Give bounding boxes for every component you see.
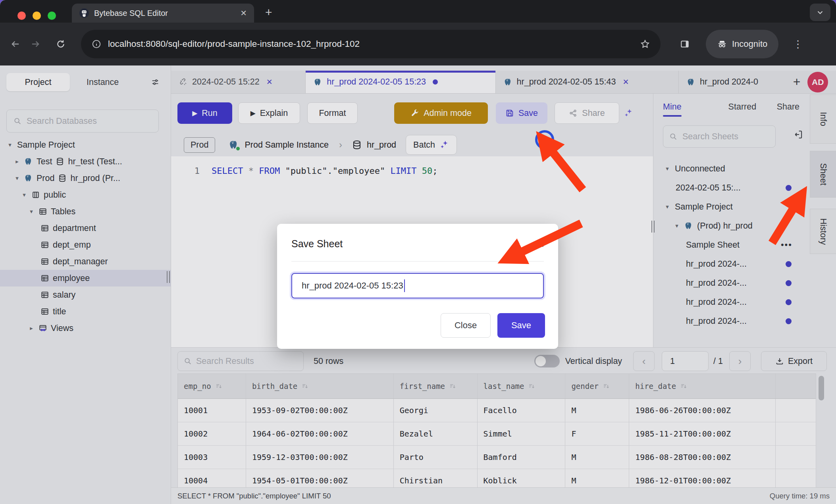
share-button[interactable]: Share [555,102,619,124]
tree-item-tables[interactable]: ▾ Tables [0,203,171,220]
sort-icon[interactable] [215,383,223,390]
window-close-button[interactable] [17,12,26,20]
table-row[interactable]: 10002 1964-06-02T00:00:00Z Bezalel Simme… [178,422,816,446]
bookmark-star-icon[interactable] [640,39,650,49]
sort-icon[interactable] [528,383,536,390]
format-button[interactable]: Format [307,102,358,124]
chevron-down-icon[interactable]: ▾ [664,165,671,172]
sheet-group-sample-project[interactable]: ▾ Sample Project [653,197,810,216]
column-header[interactable]: hire_date [629,374,776,398]
tree-item-table-employee[interactable]: employee [0,270,171,287]
sheet-item[interactable]: 2024-02-05 15:... [653,178,810,197]
tab-instance[interactable]: Instance [87,77,119,87]
close-tab-icon[interactable]: ✕ [622,77,629,87]
export-button[interactable]: Export [761,351,827,371]
chevron-right-icon[interactable]: ▸ [13,158,21,165]
table-row[interactable]: 10004 1954-05-01T00:00:00Z Chirstian Kob… [178,469,816,488]
import-sheet-icon[interactable] [793,129,803,140]
new-sheet-button[interactable]: + [793,75,801,89]
side-panel-icon[interactable] [680,39,690,49]
tab-starred[interactable]: Starred [728,102,757,117]
close-tab-icon[interactable]: ✕ [266,77,273,87]
filter-settings-icon[interactable] [151,78,160,87]
back-icon[interactable] [10,39,21,49]
run-button[interactable]: ▶ Run [177,102,232,124]
table-row[interactable]: 10003 1959-12-03T00:00:00Z Parto Bamford… [178,446,816,469]
sidebar-resize-handle[interactable] [167,271,170,283]
site-info-icon[interactable] [91,39,102,49]
sort-icon[interactable] [603,383,610,390]
more-actions-icon[interactable]: ••• [781,240,792,250]
tree-item-table-department[interactable]: department [0,220,171,237]
tree-item-schema-public[interactable]: ▾ public [0,187,171,203]
chevron-down-icon[interactable]: ▾ [13,175,21,182]
sheet-tab-truncated[interactable]: hr_prod 2024-0 [679,71,788,93]
dialog-save-button[interactable]: Save [497,313,545,338]
chevron-down-icon[interactable]: ▾ [28,208,35,215]
forward-icon[interactable] [30,39,40,49]
sheet-item[interactable]: hr_prod 2024-... [653,254,810,273]
sheet-group-prod-hr-prod[interactable]: ▾ (Prod) hr_prod [653,216,810,235]
tree-item-sample-project[interactable]: ▾ Sample Project [0,137,171,153]
chevron-down-icon[interactable]: ▾ [664,203,671,210]
sheet-group-unconnected[interactable]: ▾ Unconnected [653,159,810,178]
sort-icon[interactable] [680,383,688,390]
browser-tab[interactable]: Bytebase SQL Editor ✕ [72,4,254,23]
column-header[interactable]: birth_date [246,374,394,398]
vertical-display-toggle[interactable] [534,355,560,367]
table-scrollbar[interactable] [816,373,826,488]
tree-item-table-dept-emp[interactable]: dept_emp [0,237,171,253]
sheet-item[interactable]: hr_prod 2024-... [653,273,810,292]
sort-icon[interactable] [449,383,457,390]
tree-item-prod-hr-prod[interactable]: ▾ Prod hr_prod (Pr... [0,170,171,187]
tree-item-views[interactable]: ▸ Views [0,320,171,337]
panel-resize-handle[interactable] [651,221,655,233]
sheet-tab-1543[interactable]: hr_prod 2024-02-05 15:43 ✕ [496,71,679,93]
tab-mine[interactable]: Mine [663,102,682,117]
chevron-down-icon[interactable]: ▾ [21,191,28,198]
tree-item-test-hr-test[interactable]: ▸ Test hr_test (Test... [0,153,171,170]
scrollbar-thumb[interactable] [819,376,824,400]
column-header[interactable]: first_name [394,374,478,398]
save-button[interactable]: Save [496,102,547,124]
chevron-right-icon[interactable]: ▸ [28,325,35,332]
window-minimize-button[interactable] [33,12,41,20]
prev-page-button[interactable]: ‹ [633,351,655,371]
rail-tab-history[interactable]: History [810,209,836,254]
chevron-down-icon[interactable]: ▾ [673,222,680,229]
window-zoom-button[interactable] [48,12,56,20]
sheet-item-sample-sheet[interactable]: Sample Sheet ••• [653,235,810,254]
browser-menu-icon[interactable]: ⋮ [793,38,803,50]
sheet-search-input[interactable]: Search Sheets [663,125,776,148]
tree-item-table-salary[interactable]: salary [0,287,171,303]
next-page-button[interactable]: › [729,351,751,371]
rail-tab-sheet[interactable]: Sheet [810,151,836,198]
tree-item-table-title[interactable]: title [0,303,171,320]
sheet-tab-unsaved[interactable]: 2024-02-05 15:22 ✕ [171,71,306,93]
tree-item-table-dept-manager[interactable]: dept_manager [0,253,171,270]
page-number-input[interactable]: 1 [662,351,709,371]
dialog-close-button[interactable]: Close [441,313,491,338]
user-avatar[interactable]: AD [807,72,828,92]
explain-button[interactable]: ▶ Explain [238,102,300,124]
reload-icon[interactable] [56,39,66,49]
sheet-item[interactable]: hr_prod 2024-... [653,312,810,331]
database-search-input[interactable]: Search Databases [6,110,159,133]
chevron-down-icon[interactable]: ▾ [6,141,13,148]
dialog-close-icon[interactable]: ✕ [537,239,545,250]
tab-list-button[interactable] [810,4,830,21]
table-row[interactable]: 10001 1953-09-02T00:00:00Z Georgi Facell… [178,399,816,422]
new-tab-button[interactable]: + [265,6,272,19]
address-bar[interactable]: localhost:8080/sql-editor/prod-sample-in… [81,30,661,58]
tab-close-icon[interactable]: ✕ [240,8,247,18]
sheet-name-input[interactable]: hr_prod 2024-02-05 15:23 [291,273,544,298]
sheet-tab-active[interactable]: hr_prod 2024-02-05 15:23 [306,71,495,93]
tab-project[interactable]: Project [6,73,70,91]
admin-mode-button[interactable]: Admin mode [394,102,488,124]
ai-sparkles-icon[interactable] [623,108,634,118]
sort-icon[interactable] [301,383,309,390]
column-header[interactable]: emp_no [178,374,246,398]
column-header[interactable]: last_name [478,374,566,398]
batch-button[interactable]: Batch [406,135,457,155]
database-crumb[interactable]: hr_prod [352,140,396,150]
